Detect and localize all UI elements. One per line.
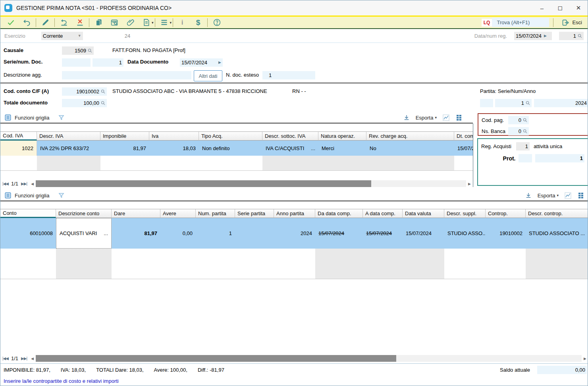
column-header-rev-charge[interactable]: Rev. charge acq. — [366, 132, 454, 141]
partita-anno-field[interactable]: 2024 — [534, 99, 588, 107]
cell-rev-charge[interactable]: No — [366, 141, 454, 156]
cell-avere[interactable]: 0,00 — [160, 218, 196, 249]
partita-serie-field[interactable] — [480, 99, 493, 107]
document-menu-caret-icon[interactable]: ▾ — [152, 21, 154, 25]
undo-icon[interactable] — [19, 17, 35, 28]
chart-icon[interactable] — [564, 192, 572, 199]
cell-imponibile[interactable]: 81,97 — [100, 141, 149, 156]
scrollbar-thumb[interactable] — [36, 180, 371, 187]
column-header-avere[interactable]: Avere — [160, 209, 196, 218]
cell-serie-partita[interactable] — [235, 218, 274, 249]
column-header-cod-iva[interactable]: Cod. IVA — [0, 132, 37, 141]
column-header-iva[interactable]: Iva — [149, 132, 199, 141]
copy-icon[interactable] — [91, 17, 106, 28]
totale-documento-field[interactable]: 100,00 — [62, 99, 107, 107]
data-documento-field[interactable]: 15/07/2024 ▶ — [180, 58, 223, 67]
column-header-imponibile[interactable]: Imponibile — [100, 132, 149, 141]
cell-a-data-comp[interactable]: 15/07/2024 — [363, 218, 403, 249]
last-page-icon[interactable]: ▶▶| — [19, 356, 29, 361]
column-header-serie-partita[interactable]: Serie partita — [235, 209, 274, 218]
iva-row[interactable]: 1022 IVA 22% DPR 633/72 81,97 18,03 Non … — [0, 141, 473, 156]
column-header-dare[interactable]: Dare — [112, 209, 160, 218]
search-icon[interactable] — [523, 129, 527, 133]
delete-row-icon[interactable] — [72, 17, 88, 28]
grid-view-icon[interactable] — [577, 192, 584, 199]
column-header-descr-suppl[interactable]: Descr. suppl. — [444, 209, 486, 218]
search-icon[interactable] — [523, 118, 527, 122]
info-icon[interactable]: i — [174, 17, 190, 28]
reg-date-field[interactable]: 15/07/2024 ▶ — [514, 32, 552, 40]
download-icon[interactable] — [403, 114, 410, 121]
cell-descr-iva[interactable]: IVA 22% DPR 633/72 — [37, 141, 100, 156]
cell-dare[interactable]: 81,97 — [112, 218, 160, 249]
last-page-icon[interactable]: ▶▶| — [19, 181, 29, 186]
column-header-dt-com[interactable]: Dt. com — [454, 132, 473, 141]
conti-row[interactable]: 60010008 ACQUISTI VARI ... 81,97 0,00 1 … — [0, 218, 588, 249]
grid-functions-label[interactable]: Funzioni griglia — [15, 115, 49, 121]
column-header-num-partita[interactable]: Num. partita — [196, 209, 235, 218]
cell-controp[interactable]: 19010002 — [486, 218, 526, 249]
prot-serie-field[interactable] — [519, 154, 532, 162]
cell-descrizione-conto[interactable]: ACQUISTI VARI ... — [56, 218, 112, 249]
minimize-icon[interactable]: – — [533, 0, 551, 15]
cell-data-valuta[interactable]: 15/07/2024 — [403, 218, 444, 249]
search-icon[interactable] — [101, 101, 105, 105]
filter-icon[interactable] — [58, 192, 65, 199]
n-doc-esteso-field[interactable]: 1 — [262, 71, 315, 79]
edit-icon[interactable] — [37, 17, 53, 28]
horizontal-scrollbar[interactable] — [36, 355, 582, 362]
exit-button[interactable]: Esci — [559, 18, 585, 27]
column-header-tipo-acq[interactable]: Tipo Acq. — [199, 132, 262, 141]
column-header-descr-controp[interactable]: Descr. controp. — [526, 209, 588, 218]
cell-iva[interactable]: 18,03 — [149, 141, 199, 156]
num-doc-field[interactable]: 1 — [93, 58, 123, 67]
column-header-a-data-comp[interactable]: A data comp. — [363, 209, 403, 218]
scroll-right-icon[interactable]: ▶ — [582, 357, 588, 361]
ellipsis-button[interactable]: ... — [311, 145, 315, 151]
column-header-natura-operaz[interactable]: Natura operaz. — [318, 132, 366, 141]
cod-pag-field[interactable]: 0 — [508, 116, 529, 124]
cell-descr-controp[interactable]: STUDIO ASSOCIATO ... — [526, 218, 588, 249]
column-header-descr-sottoc[interactable]: Descr. sottoc. IVA — [262, 132, 318, 141]
serie-doc-field[interactable] — [62, 58, 91, 67]
grid-functions-icon[interactable] — [4, 114, 12, 121]
search-icon[interactable] — [101, 89, 105, 94]
currency-icon[interactable]: $ — [190, 17, 206, 28]
column-header-conto[interactable]: Conto — [0, 209, 56, 218]
chart-icon[interactable] — [442, 114, 450, 122]
column-header-controp[interactable]: Controp. — [486, 209, 526, 218]
maximize-icon[interactable]: ◻ — [551, 0, 569, 15]
grid-functions-label[interactable]: Funzioni griglia — [15, 193, 49, 199]
find-input[interactable]: Trova (Alt+F1) — [492, 18, 549, 27]
column-header-da-data-comp[interactable]: Da data comp. — [315, 209, 363, 218]
export-caret-icon[interactable]: ▾ — [435, 116, 437, 120]
grid-functions-icon[interactable] — [4, 192, 12, 199]
cell-anno-partita[interactable]: 2024 — [274, 218, 315, 249]
column-header-descrizione-conto[interactable]: Descrizione conto — [56, 209, 112, 218]
search-icon[interactable] — [88, 48, 92, 53]
scroll-left-icon[interactable]: ◀ — [29, 182, 36, 186]
cod-conto-field[interactable]: 19010002 — [62, 87, 107, 96]
cell-natura[interactable]: Merci — [318, 141, 366, 156]
confirm-icon[interactable] — [3, 17, 19, 28]
cell-descr-sottoc[interactable]: IVA C/ACQUISTI ... — [262, 141, 318, 156]
causale-code-field[interactable]: 1509 — [62, 46, 94, 55]
cell-num-partita[interactable]: 1 — [196, 218, 235, 249]
cell-descr-suppl[interactable]: STUDIO ASSO... — [444, 218, 486, 249]
export-button[interactable]: Esporta — [538, 193, 555, 199]
export-button[interactable]: Esporta — [416, 115, 434, 121]
attachment-icon[interactable] — [122, 17, 138, 28]
ellipsis-button[interactable]: ... — [104, 230, 108, 236]
cell-conto[interactable]: 60010008 — [0, 218, 56, 249]
column-header-anno-partita[interactable]: Anno partita — [274, 209, 315, 218]
revert-row-icon[interactable] — [56, 17, 72, 28]
calendar-search-icon[interactable] — [106, 17, 122, 28]
reg-num-field[interactable]: 1 — [559, 32, 584, 40]
scroll-left-icon[interactable]: ◀ — [29, 357, 36, 361]
filter-icon[interactable] — [58, 114, 65, 121]
altri-dati-button[interactable]: Altri dati — [194, 70, 222, 81]
column-header-descr-iva[interactable]: Descr. IVA — [37, 132, 100, 141]
cell-cod-iva[interactable]: 1022 — [0, 141, 37, 156]
help-icon[interactable] — [209, 17, 225, 28]
partita-num-field[interactable]: 1 — [495, 99, 532, 107]
